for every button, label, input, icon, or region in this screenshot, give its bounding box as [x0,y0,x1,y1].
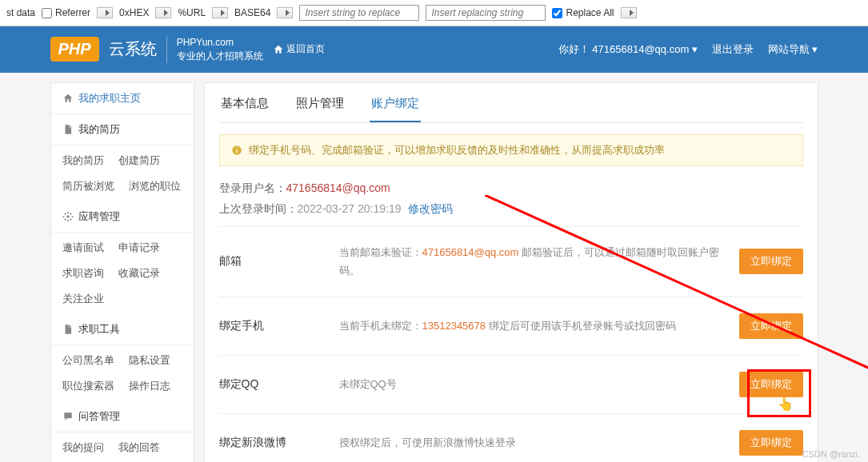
sidebar-item[interactable]: 公司黑名单 [62,353,114,368]
sitenav-link[interactable]: 网站导航 ▾ [768,42,818,57]
sidebar-item[interactable]: 操作日志 [129,379,170,393]
sidebar-group-title[interactable]: 应聘管理 [51,201,194,233]
binding-label: 绑定新浪微博 [219,436,339,450]
url-label[interactable]: %URL [178,7,206,18]
last-login-label: 上次登录时间： [219,202,298,215]
sidebar-group-title[interactable]: 我的简历 [51,114,194,145]
bind-button[interactable]: 立即绑定 [739,430,803,456]
binding-row: 邮箱当前邮箱未验证：471656814@qq.com 邮箱验证后，可以通过邮箱随… [219,226,803,297]
sidebar-item[interactable]: 隐私设置 [129,353,170,368]
main-panel: 基本信息照片管理账户绑定 绑定手机号码、完成邮箱验证，可以增加求职反馈的及时性和… [204,82,818,462]
login-user-value: 471656814@qq.com [286,181,390,194]
tab[interactable]: 照片管理 [294,96,346,122]
sidebar-group-title[interactable]: 我的求职主页 [51,83,194,114]
sidebar-item[interactable]: 职位搜索器 [62,379,114,393]
sidebar-item[interactable]: 申请记录 [118,241,160,255]
replace-to-input[interactable] [426,5,546,21]
arrow-btn[interactable] [97,7,113,18]
tabs: 基本信息照片管理账户绑定 [219,83,803,123]
binding-row: 绑定新浪微博授权绑定后，可使用新浪微博快速登录立即绑定 [219,413,803,462]
notice-text: 绑定手机号码、完成邮箱验证，可以增加求职反馈的及时性和准确性，从而提高求职成功率 [249,143,665,157]
binding-row: 绑定QQ未绑定QQ号立即绑定 [219,355,803,413]
arrow-btn[interactable] [277,7,293,18]
hackbar-toolbar: st data Referrer 0xHEX %URL BASE64 Repla… [0,0,868,26]
change-password-link[interactable]: 修改密码 [408,202,453,215]
referrer-toggle[interactable]: Referrer [42,7,90,18]
doc-icon [62,324,74,335]
binding-desc: 当前邮箱未验证：471656814@qq.com 邮箱验证后，可以通过邮箱随时取… [339,243,739,281]
svg-rect-2 [236,149,237,152]
doc-icon [62,124,74,135]
watermark: CSDN @ranzi. [802,449,860,459]
sidebar-item[interactable]: 邀请面试 [62,241,104,255]
replace-all-toggle[interactable]: Replace All [552,7,614,18]
svg-rect-3 [236,147,237,148]
chat-icon [62,411,74,422]
sidebar-item[interactable]: 我的提问 [62,440,104,455]
sidebar-item[interactable]: 我的简历 [62,153,104,168]
gear-icon [62,211,74,222]
binding-desc: 授权绑定后，可使用新浪微博快速登录 [339,433,739,452]
tab[interactable]: 账户绑定 [370,96,421,122]
bind-button[interactable]: 立即绑定 [739,249,803,274]
arrow-btn[interactable] [212,7,228,18]
tab[interactable]: 基本信息 [219,96,270,122]
sidebar-group-title[interactable]: 求职工具 [51,314,194,345]
binding-desc: 当前手机未绑定：13512345678 绑定后可使用该手机登录账号或找回密码 [339,317,739,335]
sidebar-item[interactable]: 简历被浏览 [62,179,114,193]
sidebar-item[interactable]: 创建简历 [118,153,160,168]
arrow-btn[interactable] [155,7,171,18]
binding-label: 绑定QQ [219,377,339,392]
binding-row: 绑定手机当前手机未绑定：13512345678 绑定后可使用该手机登录账号或找回… [219,297,803,355]
sidebar-group-title[interactable]: 问答管理 [51,401,194,432]
user-link[interactable]: 471656814@qq.com [592,43,689,55]
sidebar-item[interactable]: 求职咨询 [62,266,104,281]
base64-label[interactable]: BASE64 [234,7,270,18]
greeting: 你好！ [558,43,590,55]
last-login-value: 2022-03-27 20:19:19 [298,202,402,215]
logo-php: PHP [50,37,99,62]
arrow-btn[interactable] [621,7,637,18]
sidebar-item[interactable]: 收藏记录 [118,266,160,281]
bind-button[interactable]: 立即绑定 [739,372,803,397]
sidebar-item[interactable]: 关注企业 [62,292,104,306]
logout-link[interactable]: 退出登录 [712,42,754,57]
logo-domain: PHPYun.com [177,36,263,50]
svg-point-0 [66,215,70,218]
home-icon [273,44,284,55]
logo-area: PHP 云系统 PHPYun.com 专业的人才招聘系统 返回首页 [50,36,325,63]
replace-from-input[interactable] [299,5,419,21]
sidebar: 我的求职主页我的简历我的简历创建简历简历被浏览浏览的职位应聘管理邀请面试申请记录… [50,82,194,462]
logo-slogan: 专业的人才招聘系统 [177,50,263,63]
logo-cn: 云系统 [109,38,157,60]
bind-button[interactable]: 立即绑定 [739,313,803,339]
login-user-label: 登录用户名： [219,181,286,194]
hex-label[interactable]: 0xHEX [119,7,149,18]
binding-desc: 未绑定QQ号 [339,375,739,393]
site-header: PHP 云系统 PHPYun.com 专业的人才招聘系统 返回首页 你好！ 47… [0,26,868,73]
sidebar-item[interactable]: 我的回答 [118,440,160,455]
home-icon [62,93,74,104]
binding-label: 邮箱 [219,254,339,269]
info-icon [231,145,242,156]
notice-banner: 绑定手机号码、完成邮箱验证，可以增加求职反馈的及时性和准确性，从而提高求职成功率 [219,134,803,166]
sidebar-item[interactable]: 浏览的职位 [129,179,181,193]
st-data-label: st data [6,7,35,18]
back-home-link[interactable]: 返回首页 [273,42,325,56]
binding-label: 绑定手机 [219,319,339,333]
